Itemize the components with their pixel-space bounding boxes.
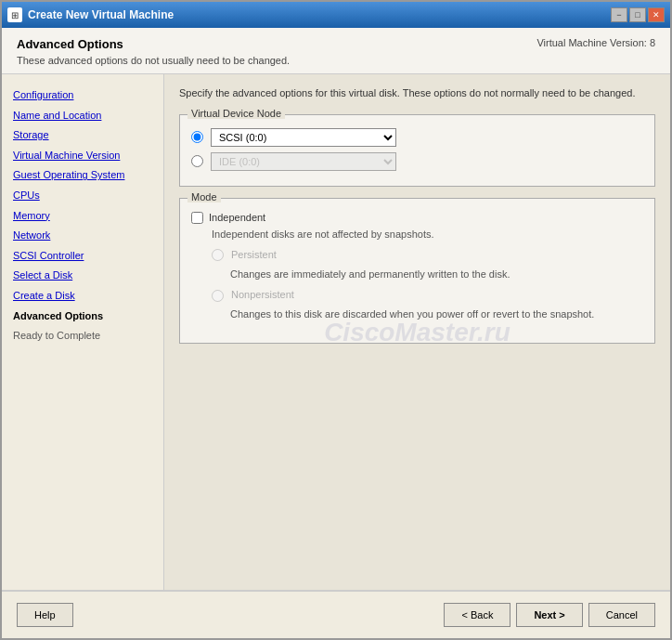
scsi-select[interactable]: SCSI (0:0) [211,128,396,147]
sidebar-item-select-disk[interactable]: Select a Disk [9,266,156,286]
main-panel: Specify the advanced options for this vi… [164,74,670,590]
minimize-button[interactable]: − [611,7,627,22]
sidebar-item-cpus[interactable]: CPUs [9,186,156,206]
independent-checkbox-row: Independent [191,212,643,224]
ide-radio-row: IDE (0:0) [191,152,643,171]
nonpersistent-radio-row: Nonpersistent [212,289,643,302]
header-section: Advanced Options These advanced options … [2,28,670,74]
ide-radio[interactable] [191,155,203,167]
intro-text: Specify the advanced options for this vi… [179,85,655,101]
scsi-radio[interactable] [191,131,203,143]
sidebar-item-name-location[interactable]: Name and Location [9,106,156,126]
sidebar-item-network[interactable]: Network [9,226,156,246]
virtual-device-node-group: Virtual Device Node SCSI (0:0) IDE (0:0) [179,114,655,187]
mode-group: Mode Independent Independent disks are n… [179,198,655,344]
back-button[interactable]: < Back [444,603,510,627]
footer: Help < Back Next > Cancel [2,590,670,638]
sidebar-item-storage[interactable]: Storage [9,125,156,146]
mode-title: Mode [187,191,221,202]
nonpersistent-radio[interactable] [212,290,224,302]
sidebar-item-scsi-controller[interactable]: SCSI Controller [9,246,156,267]
sidebar-item-vm-version[interactable]: Virtual Machine Version [9,146,156,166]
sidebar-item-configuration[interactable]: Configuration [9,85,156,106]
ide-select[interactable]: IDE (0:0) [211,152,396,171]
footer-right-buttons: < Back Next > Cancel [444,603,655,627]
title-bar: ⊞ Create New Virtual Machine − □ ✕ [2,2,670,28]
next-button[interactable]: Next > [516,603,582,627]
persistent-radio[interactable] [212,249,224,261]
sidebar-item-ready-to-complete: Ready to Complete [9,326,156,346]
header-subtitle: These advanced options do not usually ne… [17,55,290,66]
independent-checkbox[interactable] [191,212,203,224]
independent-label: Independent [209,212,265,223]
cancel-button[interactable]: Cancel [588,603,655,627]
nonpersistent-label: Nonpersistent [231,289,294,300]
help-button[interactable]: Help [17,603,73,627]
nonpersistent-description: Changes to this disk are discarded when … [230,307,643,321]
window-icon: ⊞ [7,7,22,22]
sidebar-item-memory[interactable]: Memory [9,206,156,227]
persistent-radio-row: Persistent [212,249,643,262]
persistent-label: Persistent [231,249,277,260]
header-version: Virtual Machine Version: 8 [536,37,655,48]
persistent-description: Changes are immediately and permanently … [230,268,643,281]
sidebar-item-advanced-options: Advanced Options [9,307,156,327]
title-bar-left: ⊞ Create New Virtual Machine [7,7,174,22]
independent-description: Independent disks are not affected by sn… [212,228,643,242]
maximize-button[interactable]: □ [629,7,646,22]
virtual-device-node-inner: SCSI (0:0) IDE (0:0) [191,128,643,171]
close-button[interactable]: ✕ [648,7,665,22]
virtual-device-node-title: Virtual Device Node [187,108,285,119]
main-window: ⊞ Create New Virtual Machine − □ ✕ Advan… [0,0,672,640]
scsi-radio-row: SCSI (0:0) [191,128,643,147]
title-controls: − □ ✕ [611,7,665,22]
content-area: Configuration Name and Location Storage … [2,74,670,590]
sidebar: Configuration Name and Location Storage … [2,74,164,590]
sidebar-item-guest-os[interactable]: Guest Operating System [9,165,156,186]
header-left: Advanced Options These advanced options … [17,37,290,66]
window-title: Create New Virtual Machine [28,8,174,21]
mode-inner: Independent Independent disks are not af… [191,212,643,322]
sidebar-item-create-disk[interactable]: Create a Disk [9,286,156,307]
header-title: Advanced Options [17,37,290,51]
